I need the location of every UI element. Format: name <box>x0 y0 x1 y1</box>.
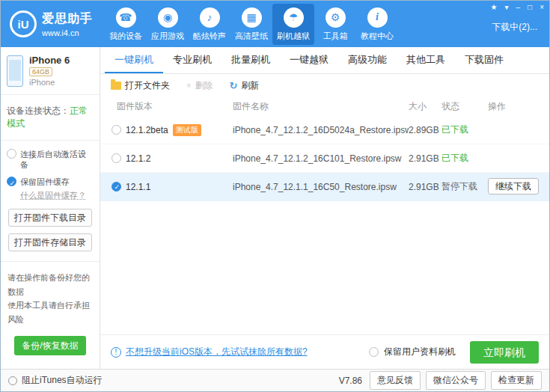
close-button[interactable]: × <box>540 3 544 11</box>
continue-download-button[interactable]: 继续下载 <box>488 178 539 195</box>
keep-cache-checkbox[interactable] <box>7 177 16 186</box>
table-header: 固件版本 固件名称 大小 状态 操作 <box>100 97 549 116</box>
nav-my-device[interactable]: ☎ 我的设备 <box>105 4 147 45</box>
folder-icon <box>111 82 121 90</box>
block-itunes-radio[interactable] <box>8 376 17 385</box>
nav-tutorials[interactable]: i 教程中心 <box>356 4 398 45</box>
sidebar: iPhone 6 64GB iPhone 设备连接状态：正常模式 连接后自动激活… <box>1 47 100 369</box>
nav-label: 应用游戏 <box>147 31 189 42</box>
auto-activate-radio[interactable] <box>7 149 16 159</box>
window-controls: ★ ▾ – □ × <box>491 3 544 11</box>
nav-ringtones[interactable]: ♪ 酷炫铃声 <box>189 4 230 45</box>
firmware-version: 12.1.2beta <box>126 125 168 135</box>
nav-label: 我的设备 <box>105 31 147 42</box>
feedback-button[interactable]: 意见反馈 <box>370 371 421 390</box>
col-status: 状态 <box>441 100 488 113</box>
delete-icon: × <box>186 81 191 90</box>
tab-advanced[interactable]: 高级功能 <box>338 47 397 73</box>
device-capacity-badge: 64GB <box>29 67 52 76</box>
device-type: iPhone <box>29 78 70 87</box>
main-nav: ☎ 我的设备 ◉ 应用游戏 ♪ 酷炫铃声 ▦ 高清壁纸 ☂ 刷机越狱 ⚙ 工具箱 <box>105 4 398 45</box>
delete-button[interactable]: × 删除 <box>186 79 213 92</box>
version-cell: 12.1.1 <box>111 182 233 192</box>
tab-pro-flash[interactable]: 专业刷机 <box>163 47 221 73</box>
keep-user-data-radio[interactable] <box>369 347 379 357</box>
firmware-version: 12.1.2 <box>126 153 150 164</box>
tutorial-icon: i <box>367 7 388 28</box>
open-firmware-download-dir-button[interactable]: 打开固件下载目录 <box>8 209 92 227</box>
flash-actions: 保留用户资料刷机 立即刷机 <box>369 341 539 364</box>
keep-cache-option[interactable]: 保留固件缓存 <box>7 177 94 187</box>
block-itunes-option[interactable]: 阻止iTunes自动运行 <box>8 374 103 387</box>
device-thumbnail <box>7 55 23 87</box>
tab-other-tools[interactable]: 其他工具 <box>397 47 455 73</box>
keep-cache-label: 保留固件缓存 <box>20 177 70 187</box>
app-title: 爱思助手 <box>42 11 93 27</box>
wechat-account-button[interactable]: 微信公众号 <box>426 371 486 390</box>
erase-data-tip-link[interactable]: ! 不想升级当前iOS版本，先试试抹除所有数据? <box>111 346 308 358</box>
nav-toolbox[interactable]: ⚙ 工具箱 <box>314 4 356 45</box>
nav-wallpapers[interactable]: ▦ 高清壁纸 <box>230 4 272 45</box>
skin-icon[interactable]: ▾ <box>505 3 509 11</box>
open-folder-label: 打开文件夹 <box>125 79 170 92</box>
col-firmware-version: 固件版本 <box>117 100 233 113</box>
app-window: iU 爱思助手 www.i4.cn ☎ 我的设备 ◉ 应用游戏 ♪ 酷炫铃声 ▦… <box>0 0 550 392</box>
firmware-row-12-1-2[interactable]: 12.1.2 iPhone_4.7_12.1.2_16C101_Restore.… <box>100 144 549 173</box>
device-icon: ☎ <box>116 7 136 28</box>
backup-restore-button[interactable]: 备份/恢复数据 <box>14 336 86 355</box>
firmware-row-12-1-1[interactable]: 12.1.1 iPhone_4.7_12.1.1_16C50_Restore.i… <box>100 173 549 201</box>
nav-label: 工具箱 <box>314 31 356 42</box>
tab-download-firmware[interactable]: 下载固件 <box>455 47 513 73</box>
firmware-status: 暂停下载 <box>441 180 488 193</box>
keep-user-data-label: 保留用户资料刷机 <box>384 346 456 358</box>
refresh-button[interactable]: ↻ 刷新 <box>229 79 259 92</box>
device-name: iPhone 6 <box>29 55 70 66</box>
col-firmware-name: 固件名称 <box>233 100 409 113</box>
connection-status: 设备连接状态：正常模式 <box>1 95 100 141</box>
minimize-button[interactable]: – <box>516 3 521 11</box>
firmware-size: 2.89GB <box>409 125 441 135</box>
version-cell: 12.1.2beta 测试版 <box>111 124 233 136</box>
tab-one-click-jailbreak[interactable]: 一键越狱 <box>280 47 338 73</box>
beta-badge: 测试版 <box>173 124 201 136</box>
backup-warning: 请在操作前备份好您的数据 使用本工具请自行承担风险 <box>1 262 100 330</box>
auto-activate-label: 连接后自动激活设备 <box>20 149 94 170</box>
firmware-row-12-1-2beta[interactable]: 12.1.2beta 测试版 iPhone_4.7_12.1.2_16D5024… <box>100 116 549 144</box>
nav-flash-jailbreak[interactable]: ☂ 刷机越狱 <box>272 4 314 45</box>
nav-label: 高清壁纸 <box>230 31 272 42</box>
nav-apps-games[interactable]: ◉ 应用游戏 <box>147 4 189 45</box>
status-bar: 阻止iTunes自动运行 V7.86 意见反馈 微信公众号 检查更新 <box>1 369 549 391</box>
tab-one-click-flash[interactable]: 一键刷机 <box>105 47 163 73</box>
firmware-size: 2.91GB <box>409 182 441 192</box>
top-header: iU 爱思助手 www.i4.cn ☎ 我的设备 ◉ 应用游戏 ♪ 酷炫铃声 ▦… <box>1 1 549 47</box>
auto-activate-option[interactable]: 连接后自动激活设备 <box>7 149 94 170</box>
firmware-radio-selected[interactable] <box>111 182 121 192</box>
col-size: 大小 <box>409 100 441 113</box>
main-content: 一键刷机 专业刷机 批量刷机 一键越狱 高级功能 其他工具 下载固件 打开文件夹… <box>100 47 549 369</box>
firmware-radio[interactable] <box>111 153 121 163</box>
firmware-toolbar: 打开文件夹 × 删除 ↻ 刷新 <box>100 74 549 97</box>
tab-batch-flash[interactable]: 批量刷机 <box>221 47 280 73</box>
download-status[interactable]: 下载中(2)... <box>492 21 537 34</box>
nav-label: 刷机越狱 <box>272 31 314 42</box>
open-folder-button[interactable]: 打开文件夹 <box>111 79 170 92</box>
firmware-status: 已下载 <box>441 123 488 136</box>
wallpaper-icon: ▦ <box>242 7 262 28</box>
flash-now-button[interactable]: 立即刷机 <box>470 341 539 364</box>
warning-line-1: 请在操作前备份好您的数据 <box>7 271 93 298</box>
refresh-icon: ↻ <box>229 80 237 91</box>
firmware-status: 已下载 <box>441 152 488 165</box>
warning-line-2: 使用本工具请自行承担风险 <box>7 298 93 326</box>
firmware-radio[interactable] <box>111 125 121 135</box>
gift-icon[interactable]: ★ <box>491 3 498 11</box>
col-action: 操作 <box>488 100 506 113</box>
nav-label: 教程中心 <box>356 31 398 42</box>
check-update-button[interactable]: 检查更新 <box>491 371 542 390</box>
cache-help-link[interactable]: 什么是固件缓存？ <box>20 190 94 201</box>
maximize-button[interactable]: □ <box>528 3 532 11</box>
firmware-action: 继续下载 <box>488 180 539 193</box>
device-info: iPhone 6 64GB iPhone <box>29 55 70 87</box>
open-firmware-storage-dir-button[interactable]: 打开固件存储目录 <box>8 233 92 251</box>
apps-icon: ◉ <box>158 7 178 28</box>
flash-footer: ! 不想升级当前iOS版本，先试试抹除所有数据? 保留用户资料刷机 立即刷机 <box>100 334 549 369</box>
